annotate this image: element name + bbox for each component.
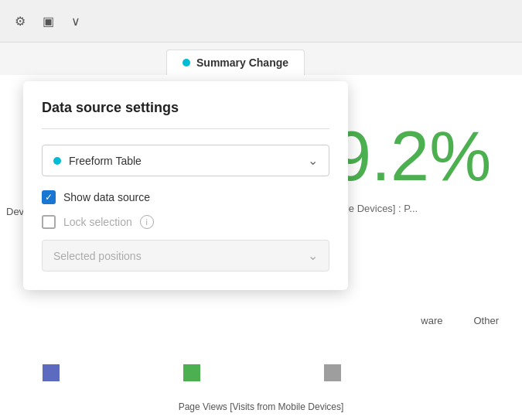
- chart-bars: [0, 364, 522, 381]
- datasource-dot: [53, 157, 61, 165]
- tab-bar: Summary Change: [0, 43, 522, 75]
- show-datasource-row: Show data source: [42, 190, 329, 204]
- popup-title: Data source settings: [42, 100, 329, 116]
- tab-label: Summary Change: [196, 56, 288, 69]
- datasource-label: Freeform Table: [69, 155, 300, 167]
- chevron-icon[interactable]: ∨: [65, 10, 87, 32]
- bar-gray: [324, 364, 341, 381]
- positions-chevron-icon: ⌄: [308, 248, 318, 263]
- positions-label: Selected positions: [53, 250, 300, 262]
- footer-label: Page Views [Visits from Mobile Devices]: [0, 401, 522, 412]
- table-col-other: Other: [473, 315, 499, 326]
- data-source-settings-popup: Data source settings Freeform Table ⌄ Sh…: [23, 81, 348, 290]
- popup-divider: [42, 128, 329, 129]
- datasource-dropdown[interactable]: Freeform Table ⌄: [42, 145, 329, 176]
- bar-blue: [43, 364, 60, 381]
- selected-positions-dropdown[interactable]: Selected positions ⌄: [42, 240, 329, 271]
- tab-summary-change[interactable]: Summary Change: [166, 50, 305, 75]
- datasource-chevron-icon: ⌄: [308, 153, 318, 168]
- lock-selection-checkbox[interactable]: [42, 215, 56, 229]
- gear-icon[interactable]: ⚙: [9, 10, 31, 32]
- lock-selection-label: Lock selection: [63, 216, 132, 228]
- show-datasource-label: Show data source: [63, 191, 150, 203]
- table-header: ware Other: [421, 315, 522, 326]
- image-icon[interactable]: ▣: [37, 10, 59, 32]
- toolbar: ⚙ ▣ ∨: [0, 0, 522, 43]
- lock-selection-info-icon[interactable]: i: [140, 215, 154, 229]
- lock-selection-row: Lock selection i: [42, 215, 329, 229]
- table-col-ware: ware: [421, 315, 442, 326]
- tab-dot: [183, 59, 190, 67]
- show-datasource-checkbox[interactable]: [42, 190, 56, 204]
- bar-green: [183, 364, 200, 381]
